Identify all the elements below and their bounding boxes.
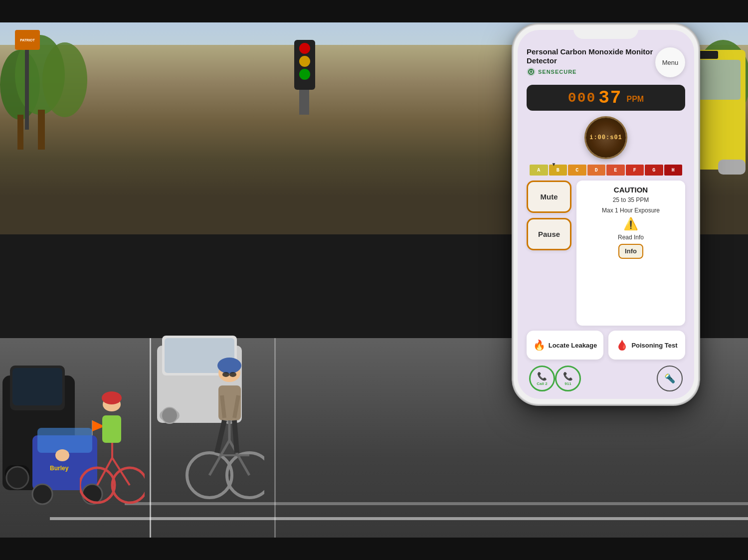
phone-device: Personal Carbon Monoxide Monitor Detecto…	[514, 25, 698, 404]
caution-exposure: Max 1 Hour Exposure	[602, 206, 660, 215]
brand-name-label: SENSECURE	[538, 69, 576, 75]
level-bar: ▼ A B C D E F G H	[527, 165, 685, 176]
svg-line-30	[222, 395, 224, 418]
locate-leakage-icon: 🔥	[533, 339, 546, 351]
crosswalk-line	[50, 517, 748, 520]
warning-triangle-icon: ⚠️	[623, 217, 638, 231]
bottom-border	[0, 538, 748, 560]
level-seg-e: E	[606, 165, 625, 176]
svg-point-36	[222, 372, 229, 377]
top-border	[0, 0, 748, 22]
level-seg-f: F	[626, 165, 644, 176]
action-buttons-column: Mute Pause	[527, 181, 571, 326]
poisoning-test-label: Poisoning Test	[631, 342, 677, 349]
call2-icon: 📞	[537, 372, 547, 381]
svg-point-52	[55, 449, 69, 461]
mute-button[interactable]: Mute	[527, 181, 571, 213]
app-title: Personal Carbon Monoxide Monitor Detecto…	[527, 47, 655, 65]
call2-label: Call 2	[537, 381, 547, 386]
level-seg-h: H	[664, 165, 683, 176]
call911-label: 911	[564, 381, 571, 386]
caution-info-panel: CAUTION 25 to 35 PPM Max 1 Hour Exposure…	[576, 181, 685, 326]
level-seg-a: A	[530, 165, 548, 176]
brand-row: SENSECURE	[527, 67, 655, 76]
poisoning-test-button[interactable]: 🩸 Poisoning Test	[608, 331, 685, 360]
level-seg-g: G	[645, 165, 663, 176]
svg-rect-3	[17, 115, 23, 150]
svg-point-50	[32, 484, 52, 504]
brand-logo-icon	[527, 67, 536, 76]
lane-line-2	[274, 338, 276, 538]
phone-notch	[573, 25, 638, 39]
co-value: 37	[598, 88, 622, 108]
poisoning-test-icon: 🩸	[616, 339, 628, 351]
co-unit: PPM	[626, 95, 644, 104]
timer-dial: i:00:s01	[586, 118, 626, 158]
svg-text:Burley: Burley	[50, 465, 69, 472]
svg-rect-10	[12, 368, 62, 405]
phone-screen: Personal Carbon Monoxide Monitor Detecto…	[518, 30, 694, 399]
svg-line-40	[97, 458, 112, 485]
caution-ppm: 25 to 35 PPM	[613, 196, 649, 204]
co-display: 000 37 PPM	[527, 85, 685, 111]
app-header: Personal Carbon Monoxide Monitor Detecto…	[527, 47, 685, 77]
timer-text: i:00:s01	[589, 134, 622, 141]
svg-point-37	[229, 372, 236, 377]
svg-rect-43	[102, 415, 121, 443]
cyclist-child	[80, 380, 145, 505]
level-seg-d: D	[587, 165, 606, 176]
cyclist-adult	[185, 346, 264, 505]
co-zeros: 000	[568, 90, 596, 106]
flashlight-icon: 🔦	[664, 373, 675, 384]
lane-line-1	[150, 338, 151, 538]
locate-leakage-button[interactable]: 🔥 Locate Leakage	[527, 331, 603, 360]
caution-title: CAUTION	[614, 186, 648, 194]
flashlight-button[interactable]: 🔦	[657, 366, 683, 391]
svg-point-2	[42, 42, 87, 117]
locate-leakage-label: Locate Leakage	[549, 342, 597, 349]
read-info-label: Read Info	[618, 234, 644, 241]
svg-point-39	[112, 468, 145, 503]
call2-button[interactable]: 📞 Call 2	[529, 366, 555, 391]
svg-rect-4	[38, 110, 45, 150]
traffic-light-box	[294, 40, 315, 90]
svg-point-13	[6, 467, 28, 489]
feature-buttons-row: 🔥 Locate Leakage 🩸 Poisoning Test	[527, 331, 685, 360]
phone-frame: Personal Carbon Monoxide Monitor Detecto…	[514, 25, 698, 404]
svg-line-35	[234, 420, 237, 453]
svg-point-20	[162, 407, 178, 423]
call911-icon: 📞	[563, 372, 573, 381]
level-seg-c: C	[568, 165, 586, 176]
svg-point-45	[102, 391, 122, 404]
svg-point-62	[530, 71, 532, 73]
call911-button[interactable]: 📞 911	[555, 366, 581, 391]
svg-point-33	[217, 358, 241, 373]
level-arrow: ▼	[552, 162, 557, 167]
app-title-block: Personal Carbon Monoxide Monitor Detecto…	[527, 47, 655, 76]
action-area: Mute Pause CAUTION 25 to 35 PPM Max 1 Ho…	[527, 181, 685, 326]
svg-rect-57	[718, 160, 746, 175]
bottom-row: 📞 Call 2 📞 911 🔦	[527, 366, 685, 391]
svg-point-63	[531, 69, 532, 71]
street-sign: PATRIOT	[15, 30, 40, 50]
timer-container: i:00:s01	[527, 118, 685, 158]
svg-line-34	[217, 420, 224, 453]
info-button[interactable]: Info	[618, 244, 643, 259]
pause-button[interactable]: Pause	[527, 218, 571, 250]
menu-button[interactable]: Menu	[655, 47, 685, 77]
